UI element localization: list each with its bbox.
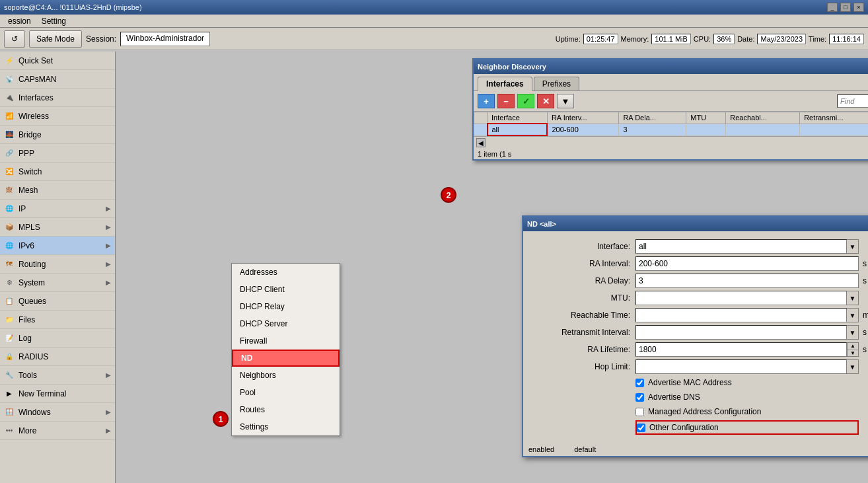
- td-reachable: [726, 124, 800, 135]
- dropdown-pool[interactable]: Pool: [232, 384, 340, 401]
- safe-mode-button[interactable]: Safe Mode: [29, 30, 82, 48]
- mesh-icon: 🕸: [4, 185, 15, 196]
- sidebar-item-routing[interactable]: 🗺 Routing ▶: [0, 255, 115, 274]
- td-retransmit: [800, 124, 868, 135]
- sidebar-item-mpls[interactable]: 📦 MPLS ▶: [0, 218, 115, 237]
- sidebar-item-files[interactable]: 📁 Files: [0, 311, 115, 329]
- sidebar-item-ip[interactable]: 🌐 IP ▶: [0, 200, 115, 218]
- sidebar-item-wireless[interactable]: 📶 Wireless: [0, 107, 115, 126]
- th-check: [474, 112, 488, 124]
- sidebar-item-switch[interactable]: 🔀 Switch: [0, 163, 115, 181]
- log-icon: 📝: [4, 333, 15, 344]
- nd-find-input[interactable]: [837, 94, 868, 108]
- menu-session[interactable]: ession: [3, 15, 36, 27]
- other-config-checkbox[interactable]: [637, 424, 645, 432]
- sidebar-item-queues[interactable]: 📋 Queues: [0, 292, 115, 311]
- hop-limit-input[interactable]: [635, 359, 847, 374]
- sidebar-item-system[interactable]: ⚙ System ▶: [0, 274, 115, 292]
- minimize-button[interactable]: _: [827, 3, 838, 12]
- sidebar-label-wireless: Wireless: [18, 112, 49, 121]
- sidebar-item-tools[interactable]: 🔧 Tools ▶: [0, 366, 115, 385]
- ra-delay-input[interactable]: [635, 274, 859, 288]
- nd-filter-button[interactable]: ▼: [557, 94, 574, 108]
- sidebar-label-new-terminal: New Terminal: [18, 389, 66, 398]
- sidebar-label-log: Log: [18, 334, 32, 343]
- nd-all-title-bar: ND <all> □ ×: [523, 217, 868, 231]
- sidebar-item-log[interactable]: 📝 Log: [0, 329, 115, 348]
- interfaces-icon: 🔌: [4, 93, 15, 103]
- ra-interval-label: RA Interval:: [534, 259, 633, 268]
- interface-input[interactable]: [635, 239, 847, 254]
- th-interface[interactable]: Interface: [488, 112, 548, 124]
- retransmit-input[interactable]: [635, 325, 847, 340]
- tab-interfaces[interactable]: Interfaces: [478, 77, 532, 91]
- queues-icon: 📋: [4, 296, 15, 307]
- tab-prefixes[interactable]: Prefixes: [534, 77, 579, 91]
- sidebar-item-capsman[interactable]: 📡 CAPsMAN: [0, 70, 115, 89]
- th-ra-interval[interactable]: RA Interv...: [547, 112, 619, 124]
- mtu-input[interactable]: [635, 291, 847, 305]
- table-row[interactable]: all 200-600 3 1: [474, 124, 869, 135]
- ra-interval-input[interactable]: [635, 256, 859, 271]
- sidebar-item-mesh[interactable]: 🕸 Mesh: [0, 181, 115, 200]
- ra-lifetime-down-button[interactable]: ▼: [848, 350, 858, 357]
- reachable-time-input[interactable]: [635, 308, 847, 322]
- wireless-icon: 📶: [4, 111, 15, 122]
- main-layout: ⚡ Quick Set 📡 CAPsMAN 🔌 Interfaces 📶 Wir…: [0, 52, 868, 483]
- nd-cross-button[interactable]: ✕: [537, 94, 554, 108]
- managed-addr-checkbox[interactable]: [635, 408, 644, 416]
- sidebar-item-quickset[interactable]: ⚡ Quick Set: [0, 52, 115, 70]
- title-bar: soporte@C4:A... !011UiAS-2HnD (mipsbe) _…: [0, 0, 868, 15]
- sidebar-item-more[interactable]: ••• More ▶: [0, 422, 115, 440]
- menu-setting[interactable]: Setting: [36, 15, 71, 27]
- th-ra-delay[interactable]: RA Dela...: [619, 112, 686, 124]
- dropdown-dhcp-server[interactable]: DHCP Server: [232, 315, 340, 332]
- sidebar-item-ipv6[interactable]: 🌐 IPv6 ▶: [0, 237, 115, 255]
- nd-add-button[interactable]: +: [478, 94, 495, 108]
- sidebar-item-radius[interactable]: 🔒 RADIUS: [0, 348, 115, 366]
- hop-limit-dropdown-button[interactable]: ▼: [847, 359, 859, 374]
- sidebar-item-interfaces[interactable]: 🔌 Interfaces: [0, 89, 115, 107]
- badge-1-container: 1: [213, 411, 229, 427]
- sidebar-item-new-terminal[interactable]: ▶ New Terminal: [0, 385, 115, 403]
- sidebar-item-windows[interactable]: 🪟 Windows ▶: [0, 403, 115, 422]
- interface-label: Interface:: [534, 242, 633, 251]
- td-mtu: [686, 124, 726, 135]
- sidebar-label-routing: Routing: [18, 260, 46, 269]
- dropdown-firewall[interactable]: Firewall: [232, 332, 340, 350]
- ra-lifetime-input[interactable]: [635, 342, 847, 357]
- dropdown-settings[interactable]: Settings: [232, 418, 340, 435]
- sidebar: ⚡ Quick Set 📡 CAPsMAN 🔌 Interfaces 📶 Wir…: [0, 52, 116, 483]
- radius-icon: 🔒: [4, 352, 15, 362]
- interface-dropdown-button[interactable]: ▼: [847, 239, 859, 254]
- refresh-button[interactable]: ↺: [4, 30, 25, 48]
- reachable-dropdown-button[interactable]: ▼: [847, 308, 859, 322]
- maximize-button[interactable]: □: [840, 3, 851, 12]
- th-retransmit[interactable]: Retransmi...: [800, 112, 868, 124]
- th-mtu[interactable]: MTU: [686, 112, 726, 124]
- dropdown-addresses[interactable]: Addresses: [232, 264, 340, 281]
- dropdown-nd[interactable]: ND: [232, 350, 340, 367]
- th-reachable[interactable]: Reachabl...: [726, 112, 800, 124]
- nd-remove-button[interactable]: −: [497, 94, 515, 108]
- close-button[interactable]: ×: [853, 3, 864, 12]
- session-label: Session:: [86, 34, 116, 44]
- nd-scroll-left-button[interactable]: ◀: [476, 138, 486, 147]
- windows-arrow: ▶: [106, 408, 111, 416]
- retransmit-dropdown-button[interactable]: ▼: [847, 325, 859, 340]
- mtu-dropdown-button[interactable]: ▼: [847, 291, 859, 305]
- sidebar-item-bridge[interactable]: 🌉 Bridge: [0, 126, 115, 144]
- dropdown-dhcp-client[interactable]: DHCP Client: [232, 281, 340, 298]
- dropdown-routes[interactable]: Routes: [232, 401, 340, 418]
- advertise-mac-label: Advertise MAC Address: [648, 378, 732, 387]
- more-icon: •••: [4, 426, 15, 436]
- ra-lifetime-up-button[interactable]: ▲: [848, 343, 858, 350]
- nd-check-button[interactable]: ✓: [517, 94, 534, 108]
- sidebar-item-ppp[interactable]: 🔗 PPP: [0, 144, 115, 163]
- dropdown-dhcp-relay[interactable]: DHCP Relay: [232, 298, 340, 315]
- advertise-mac-checkbox[interactable]: [635, 379, 644, 387]
- dropdown-neighbors[interactable]: Neighbors: [232, 367, 340, 384]
- advertise-mac-checkbox-row: Advertise MAC Address: [635, 377, 859, 389]
- advertise-dns-checkbox[interactable]: [635, 393, 644, 402]
- title-bar-controls[interactable]: _ □ ×: [827, 3, 864, 12]
